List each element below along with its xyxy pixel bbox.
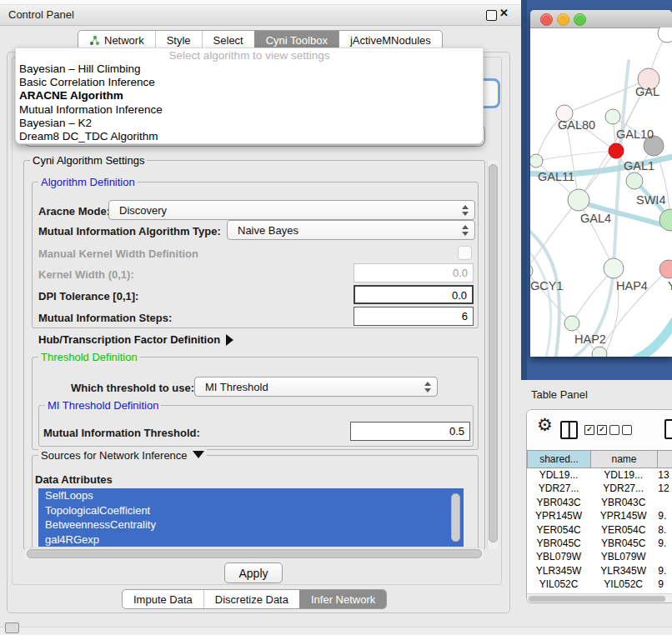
close-icon[interactable]: ✕ xyxy=(499,7,509,19)
table-cell[interactable]: YPR145W xyxy=(527,509,590,522)
table-cell[interactable]: YDL19... xyxy=(527,468,590,482)
tab-discretize-data[interactable]: Discretize Data xyxy=(203,590,299,608)
window-minimize-icon[interactable] xyxy=(557,13,569,26)
network-node[interactable] xyxy=(604,258,624,278)
column-header-shared-name[interactable]: shared... xyxy=(527,450,591,468)
table-row[interactable]: YLR345WYLR345W9. xyxy=(527,564,672,578)
algorithm-option[interactable]: Bayesian – K2 xyxy=(16,117,483,130)
corner-widget-icon[interactable] xyxy=(5,622,19,633)
algorithm-option[interactable]: Bayesian – Hill Climbing xyxy=(16,62,483,76)
network-window-titlebar[interactable] xyxy=(530,10,672,28)
table-cell[interactable]: YBL079W xyxy=(527,550,590,563)
table-row[interactable]: YIL052CYIL052C9 xyxy=(527,578,672,591)
window-close-icon[interactable] xyxy=(540,13,553,26)
table-row[interactable]: YBR045CYBR045C9. xyxy=(527,537,672,550)
table-cell[interactable]: YBR045C xyxy=(590,537,656,550)
mi-type-combo[interactable]: Naive Bayes xyxy=(227,220,475,240)
table-cell[interactable]: YIL052C xyxy=(527,578,590,591)
table-cell[interactable]: YBL079W xyxy=(590,550,656,563)
table-cell[interactable]: 9. xyxy=(656,537,672,550)
table-horizontal-scrollbar[interactable] xyxy=(527,593,672,603)
tab-jactivemnodules[interactable]: jActiveMNodules xyxy=(339,31,442,49)
network-node[interactable] xyxy=(626,172,643,189)
aracne-mode-combo[interactable]: Discovery xyxy=(108,200,475,220)
table-cell[interactable]: YBR043C xyxy=(527,496,590,509)
table-cell[interactable]: YLR345W xyxy=(590,564,656,578)
table-cell[interactable]: YIL052C xyxy=(590,578,656,591)
table-cell[interactable]: YDL19... xyxy=(590,468,656,482)
gear-icon[interactable]: ⚙ xyxy=(537,415,553,435)
table-cell[interactable]: 9. xyxy=(656,509,672,522)
table-row[interactable]: YBR043CYBR043C xyxy=(527,496,672,509)
manual-kernel-checkbox[interactable] xyxy=(458,246,472,260)
table-row[interactable]: YDL19...YDL19...13 xyxy=(527,468,672,482)
data-attributes-list[interactable]: SelfLoopsTopologicalCoefficientBetweenne… xyxy=(38,488,464,547)
table-cell[interactable]: 8. xyxy=(656,523,672,537)
attributes-scrollbar[interactable] xyxy=(451,493,460,542)
table-row[interactable]: YDR27...YDR27...12 xyxy=(527,482,672,495)
tab-cyni-toolbox[interactable]: Cyni Toolbox xyxy=(254,31,339,49)
network-canvas[interactable]: GALGAL80GAL10GAL1GAL11SWI4GAL4GCY1HAP4YH… xyxy=(530,28,672,357)
network-node[interactable] xyxy=(592,347,607,357)
column-header-partial[interactable] xyxy=(658,450,672,468)
network-node[interactable] xyxy=(609,143,624,158)
network-node[interactable] xyxy=(568,189,589,211)
table-row[interactable]: YBL079WYBL079W xyxy=(527,550,672,563)
table-scrollbar-thumb[interactable] xyxy=(529,596,665,602)
table-row[interactable]: YER054CYER054C8. xyxy=(527,523,672,537)
mi-threshold-field[interactable]: 0.5 xyxy=(350,422,470,441)
table-cell[interactable]: YLR345W xyxy=(527,564,590,578)
table-cell[interactable]: YBR045C xyxy=(527,537,590,550)
table-cell[interactable]: YDR27... xyxy=(590,482,656,495)
network-node[interactable] xyxy=(605,109,620,124)
table-cell[interactable]: YDR27... xyxy=(527,482,590,495)
tab-select[interactable]: Select xyxy=(202,31,254,49)
network-node[interactable] xyxy=(530,154,543,168)
network-node[interactable] xyxy=(564,316,579,331)
tab-network[interactable]: Network xyxy=(78,31,155,49)
table-cell[interactable]: YPR145W xyxy=(590,509,656,522)
table-cell[interactable]: YER054C xyxy=(590,523,656,537)
sources-disclosure[interactable]: Sources for Network Inference xyxy=(38,449,207,462)
column-header-name[interactable]: name xyxy=(591,450,658,468)
tab-style[interactable]: Style xyxy=(155,31,202,49)
table-cell[interactable]: 9 xyxy=(656,578,672,591)
table-cell[interactable] xyxy=(656,550,672,563)
table-cell[interactable]: YBR043C xyxy=(590,496,656,509)
tab-impute-data[interactable]: Impute Data xyxy=(123,590,203,608)
algorithm-option[interactable]: ARACNE Algorithm xyxy=(16,89,483,102)
attribute-item-selected[interactable]: TopologicalCoefficient xyxy=(38,503,464,518)
network-node[interactable] xyxy=(530,263,533,278)
network-view-window[interactable]: GALGAL80GAL10GAL1GAL11SWI4GAL4GCY1HAP4YH… xyxy=(530,10,672,357)
document-icon[interactable] xyxy=(664,419,672,439)
settings-horizontal-scrollbar-thumb[interactable] xyxy=(27,549,482,558)
select-all-columns-icon[interactable]: ✓✓ xyxy=(584,425,607,435)
attribute-item-selected[interactable]: SelfLoops xyxy=(38,488,464,503)
settings-vertical-scrollbar-thumb[interactable] xyxy=(489,164,498,542)
apply-button[interactable]: Apply xyxy=(224,562,283,583)
algorithm-option[interactable]: Basic Correlation Inference xyxy=(16,76,483,89)
tab-infer-network[interactable]: Infer Network xyxy=(299,590,386,608)
algorithm-option[interactable]: Dream8 DC_TDC Algorithm xyxy=(16,130,483,143)
table-cell[interactable]: 13 xyxy=(656,468,672,482)
dpi-tolerance-field[interactable]: 0.0 xyxy=(354,285,474,304)
hub-definition-disclosure[interactable]: Hub/Transcription Factor Definition xyxy=(38,333,233,346)
table-cell[interactable]: 9. xyxy=(656,564,672,578)
kernel-width-field[interactable]: 0.0 xyxy=(354,263,474,282)
algorithm-option[interactable]: Mutual Information Inference xyxy=(16,103,483,117)
deselect-all-columns-icon[interactable] xyxy=(609,425,632,435)
network-node[interactable] xyxy=(659,209,672,231)
attribute-item-selected[interactable]: BetweennessCentrality xyxy=(38,518,464,532)
float-panel-icon[interactable] xyxy=(486,10,497,21)
table-row[interactable]: YPR145WYPR145W9. xyxy=(527,509,672,522)
split-columns-icon[interactable] xyxy=(560,421,578,439)
window-zoom-icon[interactable] xyxy=(574,13,586,26)
control-panel-titlebar: Control Panel ✕ xyxy=(0,5,521,26)
mi-steps-field[interactable]: 6 xyxy=(354,307,474,326)
table-cell[interactable] xyxy=(656,496,672,509)
table-cell[interactable]: 12 xyxy=(656,482,672,495)
attribute-item-selected[interactable]: gal4RGexp xyxy=(38,532,464,548)
table-cell[interactable]: YER054C xyxy=(527,523,590,537)
which-threshold-combo[interactable]: MI Threshold xyxy=(194,377,438,397)
network-node[interactable] xyxy=(658,28,672,42)
